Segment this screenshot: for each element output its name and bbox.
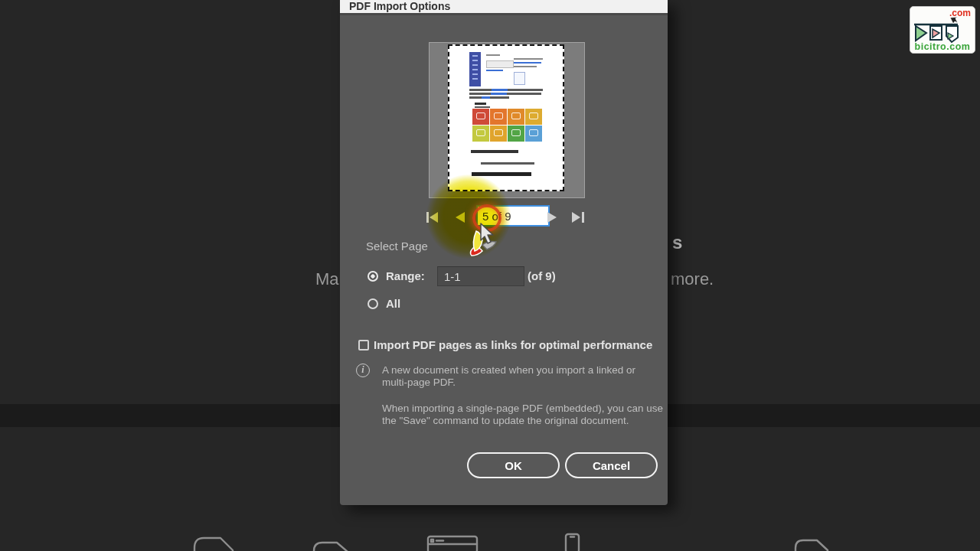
- logo-site-text: bicitro.com: [910, 41, 975, 52]
- mobile-phone-icon: [564, 533, 581, 551]
- thumbnail-tile: [490, 126, 507, 142]
- range-input[interactable]: [437, 266, 524, 286]
- import-as-links-checkbox[interactable]: [358, 340, 369, 350]
- info-paragraph-1: A new document is created when you impor…: [382, 364, 641, 390]
- ok-button[interactable]: OK: [467, 452, 560, 478]
- range-radio[interactable]: [368, 271, 378, 282]
- thumbnail-blue-sidebar: [469, 52, 481, 86]
- background-text-fragment-right-1: s: [672, 232, 682, 253]
- pdf-page-thumbnail[interactable]: [448, 44, 564, 191]
- select-page-label: Select Page: [366, 240, 428, 253]
- info-paragraph-2: When importing a single-page PDF (embedd…: [382, 403, 667, 428]
- range-label: Range:: [386, 269, 425, 282]
- thumbnail-toolbar: [486, 60, 514, 68]
- thumbnail-tile: [490, 109, 507, 125]
- thumbnail-mini-page: [514, 72, 525, 85]
- pdf-preview-panel: [429, 42, 585, 198]
- cancel-button[interactable]: Cancel: [565, 452, 658, 478]
- of-total-label: (of 9): [528, 269, 556, 282]
- background-text-fragment-right-2: more.: [671, 269, 714, 289]
- previous-page-button[interactable]: [452, 206, 469, 226]
- all-radio[interactable]: [368, 298, 378, 309]
- import-as-links-label: Import PDF pages as links for optimal pe…: [374, 338, 652, 351]
- bicitro-logo: .com bicitro.com: [910, 6, 975, 54]
- pdf-import-options-dialog: PDF Import Options: [340, 0, 668, 505]
- page-number-field[interactable]: [476, 205, 550, 227]
- thumbnail-tile: [472, 126, 489, 142]
- first-page-button[interactable]: [424, 206, 441, 226]
- all-label: All: [386, 297, 400, 310]
- info-icon: i: [356, 364, 370, 377]
- browser-window-icon: [426, 535, 479, 551]
- thumbnail-tile: [508, 109, 524, 125]
- document-preset-icon: [312, 541, 349, 551]
- last-page-button[interactable]: [570, 206, 586, 226]
- dialog-titlebar[interactable]: PDF Import Options: [340, 0, 668, 15]
- next-page-button[interactable]: [544, 206, 560, 226]
- thumbnail-tile: [525, 109, 542, 125]
- thumbnail-color-tiles: [472, 109, 543, 142]
- thumbnail-tile: [525, 126, 542, 142]
- dialog-title: PDF Import Options: [349, 0, 450, 12]
- thumbnail-tile: [508, 126, 524, 142]
- document-preset-icon: [193, 536, 234, 551]
- document-preset-icon: [794, 538, 829, 551]
- thumbnail-tile: [472, 109, 489, 125]
